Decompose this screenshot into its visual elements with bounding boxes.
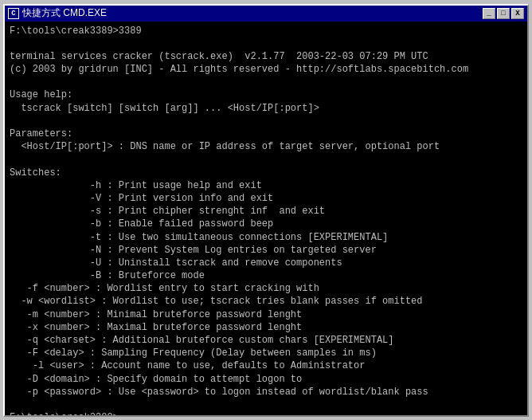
console-line: -p <password> : Use <password> to logon …: [10, 386, 522, 398]
close-button[interactable]: X: [511, 8, 524, 19]
title-bar-left: C 快捷方式 CMD.EXE: [8, 6, 107, 20]
console-line: -N : Prevent System Log entries on targe…: [10, 244, 522, 257]
console-line: Usage help:: [10, 88, 522, 101]
console-line: -w <wordlist> : Wordlist to use; tscrack…: [10, 295, 522, 308]
console-line: -U : Uninstall tscrack and remove compon…: [10, 257, 522, 269]
console-line: tscrack [switch] [switch [arg]] ... <Hos…: [10, 102, 522, 115]
title-bar: C 快捷方式 CMD.EXE _ □ X: [5, 6, 527, 22]
console-line: [10, 37, 522, 50]
console-line: -m <number> : Minimal bruteforce passwor…: [10, 308, 522, 321]
console-line: Parameters:: [10, 128, 522, 140]
console-line: [10, 153, 522, 166]
window-title: 快捷方式 CMD.EXE: [22, 6, 107, 20]
console-line: -s : Print chipher strenght inf and exit: [10, 205, 522, 218]
console-line: <Host/IP[:port]> : DNS name or IP addres…: [10, 140, 522, 153]
console-line: F:\tools\creak3389>3389: [10, 25, 522, 37]
console-line: [10, 76, 522, 88]
console-line: F:\tools\creak3389>: [10, 411, 522, 414]
console-line: -D <domain> : Specify domain to attempt …: [10, 373, 522, 386]
console-line: -B : Bruteforce mode: [10, 269, 522, 282]
minimize-button[interactable]: _: [483, 8, 495, 19]
console-line: -F <delay> : Sampling Frequency (Delay b…: [10, 347, 522, 359]
console-line: -b : Enable failed password beep: [10, 218, 522, 230]
console-line: [10, 115, 522, 128]
console-line: Switches:: [10, 167, 522, 179]
cmd-window: C 快捷方式 CMD.EXE _ □ X F:\tools\creak3389>…: [3, 4, 529, 417]
title-bar-buttons: _ □ X: [483, 8, 524, 19]
console-line: -q <charset> : Additional bruteforce cus…: [10, 334, 522, 347]
console-line: -f <number> : Wordlist entry to start cr…: [10, 282, 522, 295]
console-line: -t : Use two simultaneous connections [E…: [10, 231, 522, 244]
maximize-button[interactable]: □: [497, 8, 510, 19]
console-line: -l <user> : Account name to use, default…: [10, 359, 522, 372]
console-line: -x <number> : Maximal bruteforce passwor…: [10, 321, 522, 334]
console-line: [10, 398, 522, 411]
window-icon: C: [8, 8, 19, 19]
console-line: (c) 2003 by gridrun [INC] - All rights r…: [10, 63, 522, 76]
console-line: -h : Print usage help and exit: [10, 179, 522, 192]
console-output: F:\tools\creak3389>3389 terminal service…: [5, 22, 527, 415]
console-line: -V : Print version info and exit: [10, 192, 522, 205]
console-line: terminal services cracker (tscrack.exe) …: [10, 50, 522, 63]
